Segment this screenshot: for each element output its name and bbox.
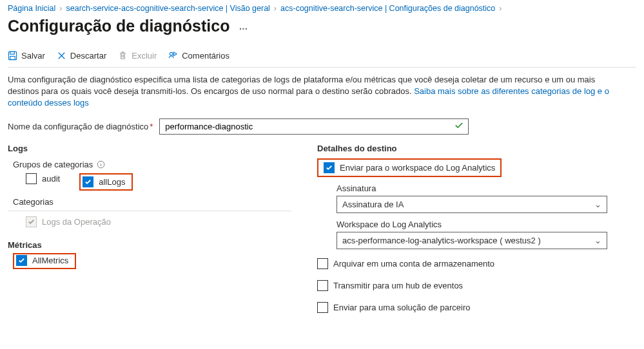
chevron-right-icon: › — [59, 4, 62, 13]
eventhub-checkbox[interactable]: Transmitir para um hub de eventos — [317, 280, 463, 291]
breadcrumb: Página Inicial › search-service-acs-cogn… — [8, 4, 636, 13]
chevron-down-icon: ⌄ — [594, 200, 601, 209]
partner-label: Enviar para uma solução de parceiro — [333, 303, 470, 312]
send-log-analytics-label: Enviar para o workspace do Log Analytics — [340, 163, 495, 173]
breadcrumb-item-1[interactable]: search-service-acs-cognitive-search-serv… — [66, 4, 270, 13]
diagnostic-name-input[interactable] — [159, 118, 469, 135]
page-title-row: Configuração de diagnóstico … — [8, 17, 636, 35]
categories-heading: Categorias — [8, 197, 291, 211]
logs-heading: Logs — [8, 144, 291, 153]
save-icon — [8, 51, 17, 61]
subscription-select[interactable]: Assinatura de IA ⌄ — [337, 196, 607, 213]
workspace-select[interactable]: acs-performance-log-analytics-workspace … — [337, 232, 607, 249]
chevron-right-icon: › — [274, 4, 277, 13]
allmetrics-checkbox[interactable]: AllMetrics — [16, 255, 68, 266]
category-groups-heading: Grupos de categorias — [8, 160, 291, 169]
send-log-analytics-checkbox[interactable]: Enviar para o workspace do Log Analytics — [324, 162, 495, 173]
save-button[interactable]: Salvar — [8, 51, 45, 61]
delete-button: Excluir — [118, 51, 157, 61]
operation-logs-checkbox: Logs da Operação — [26, 216, 111, 227]
allmetrics-label: AllMetrics — [32, 256, 68, 265]
feedback-button[interactable]: Comentários — [168, 51, 229, 61]
audit-checkbox[interactable]: audit — [26, 173, 60, 184]
alllogs-checkbox[interactable]: allLogs — [83, 176, 125, 187]
alllogs-label: allLogs — [99, 177, 125, 187]
svg-rect-1 — [10, 52, 15, 54]
breadcrumb-item-2[interactable]: acs-cognitive-search-service | Configura… — [280, 4, 495, 13]
description: Uma configuração de diagnóstico especifi… — [8, 74, 627, 109]
chevron-right-icon: › — [499, 4, 502, 13]
name-label: Nome da configuração de diagnóstico* — [8, 122, 153, 131]
svg-rect-2 — [10, 56, 15, 59]
chevron-down-icon: ⌄ — [594, 236, 601, 245]
checkmark-icon — [454, 121, 463, 132]
workspace-label: Workspace do Log Analytics — [337, 220, 636, 229]
delete-label: Excluir — [132, 51, 157, 61]
info-icon[interactable] — [97, 160, 105, 169]
feedback-icon — [168, 51, 178, 61]
audit-label: audit — [42, 174, 60, 184]
feedback-label: Comentários — [182, 51, 229, 61]
operation-logs-label: Logs da Operação — [42, 217, 111, 227]
archive-storage-checkbox[interactable]: Arquivar em uma conta de armazenamento — [317, 258, 494, 269]
metrics-heading: Métricas — [8, 240, 291, 250]
svg-point-3 — [170, 52, 173, 55]
workspace-value: acs-performance-log-analytics-workspace … — [342, 236, 541, 245]
destination-heading: Detalhes do destino — [317, 144, 636, 153]
trash-icon — [118, 51, 128, 61]
breadcrumb-home[interactable]: Página Inicial — [8, 4, 55, 13]
eventhub-label: Transmitir para um hub de eventos — [333, 281, 463, 290]
partner-checkbox[interactable]: Enviar para uma solução de parceiro — [317, 302, 470, 313]
discard-button[interactable]: Descartar — [57, 51, 106, 61]
more-icon[interactable]: … — [239, 21, 249, 32]
close-icon — [57, 51, 66, 61]
subscription-value: Assinatura de IA — [342, 200, 404, 209]
save-label: Salvar — [21, 51, 45, 61]
archive-storage-label: Arquivar em uma conta de armazenamento — [333, 259, 494, 269]
toolbar: Salvar Descartar Excluir Comentários — [8, 47, 636, 68]
subscription-label: Assinatura — [337, 184, 636, 193]
discard-label: Descartar — [70, 51, 106, 61]
page-title: Configuração de diagnóstico — [8, 17, 229, 35]
